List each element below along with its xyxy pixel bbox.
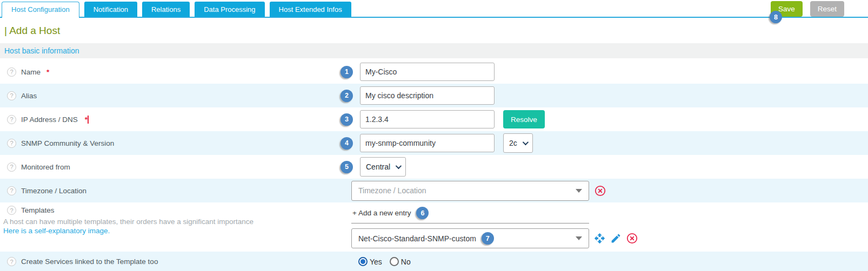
help-icon[interactable]: ?	[7, 139, 16, 148]
reset-button[interactable]: Reset	[810, 1, 844, 17]
ip-address-input[interactable]	[360, 110, 495, 128]
annotation-badge-7: 7	[482, 232, 494, 245]
templates-control: + Add a new entry 6 Net-Cisco-Standard-S…	[351, 206, 638, 248]
row-timezone: ? Timezone / Location Timezone / Locatio…	[0, 179, 868, 202]
create-services-no-option[interactable]: No	[390, 257, 411, 266]
chevron-down-icon	[523, 139, 529, 145]
snmp-community-input[interactable]	[360, 134, 495, 152]
dropdown-caret-icon	[576, 236, 582, 240]
annotation-badge-2: 2	[340, 90, 353, 102]
snmp-version-select[interactable]: 2c	[503, 133, 533, 153]
monitored-from-select[interactable]: Central	[360, 157, 406, 177]
help-icon[interactable]: ?	[7, 162, 16, 172]
annotation-badge-5: 5	[340, 161, 353, 173]
add-entry-row: + Add a new entry 6	[351, 206, 589, 223]
create-services-label: Create Services linked to the Template t…	[21, 258, 158, 266]
yes-label: Yes	[370, 258, 382, 266]
monitored-from-value: Central	[366, 162, 390, 171]
help-icon[interactable]: ?	[7, 67, 16, 77]
help-icon[interactable]: ?	[7, 186, 16, 195]
section-title: Host basic information	[4, 46, 79, 55]
create-services-label-cell: ? Create Services linked to the Template…	[0, 257, 340, 266]
timezone-label: Timezone / Location	[21, 187, 86, 195]
create-services-radio-group: Yes No	[358, 257, 411, 266]
radio-selected-icon	[358, 257, 368, 266]
ip-label: IP Address / DNS	[21, 116, 78, 124]
name-label: Name	[21, 68, 41, 76]
name-control: 1	[340, 63, 495, 81]
snmp-label-cell: ? SNMP Community & Version	[0, 139, 340, 148]
alias-control: 2	[340, 86, 495, 105]
chevron-down-icon	[396, 163, 402, 169]
resolve-button[interactable]: Resolve	[503, 110, 545, 128]
help-icon[interactable]: ?	[7, 206, 16, 215]
name-label-cell: ? Name *	[0, 67, 340, 77]
annotation-badge-4: 4	[340, 137, 353, 150]
row-create-services: ? Create Services linked to the Template…	[0, 252, 868, 271]
annotation-badge-6: 6	[416, 207, 429, 219]
ip-label-cell: ? IP Address / DNS *	[0, 115, 340, 124]
alias-label-cell: ? Alias	[0, 91, 340, 100]
edit-template-icon[interactable]	[610, 233, 622, 244]
annotation-badge-1: 1	[340, 66, 353, 78]
delete-template-icon[interactable]	[626, 233, 638, 244]
row-ip-address: ? IP Address / DNS * 3 Resolve	[0, 107, 868, 131]
tab-notification[interactable]: Notification	[84, 2, 137, 17]
section-host-basic-information: Host basic information	[0, 43, 868, 58]
timezone-control: Timezone / Location	[351, 181, 606, 201]
create-services-yes-option[interactable]: Yes	[358, 257, 382, 266]
snmp-label: SNMP Community & Version	[21, 139, 114, 147]
template-value: Net-Cisco-Standard-SNMP-custom	[358, 234, 476, 243]
template-combobox[interactable]: Net-Cisco-Standard-SNMP-custom 7	[351, 228, 589, 248]
tab-host-extended-infos[interactable]: Host Extended Infos	[270, 2, 351, 17]
monitored-from-label-cell: ? Monitored from	[0, 162, 340, 172]
required-asterisk: *	[46, 68, 49, 76]
required-caret-mark	[88, 116, 89, 124]
row-monitored-from: ? Monitored from 5 Central	[0, 155, 868, 179]
monitored-from-control: 5 Central	[340, 157, 406, 177]
page-title: | Add a Host	[0, 18, 868, 43]
tab-bar: Host Configuration Notification Relation…	[0, 0, 868, 18]
row-snmp: ? SNMP Community & Version 4 2c	[0, 131, 868, 155]
clear-timezone-icon[interactable]	[595, 185, 606, 197]
no-label: No	[401, 258, 411, 266]
help-icon[interactable]: ?	[7, 257, 16, 266]
row-name: ? Name * 1	[0, 60, 868, 84]
move-template-icon[interactable]	[594, 233, 605, 244]
tab-data-processing[interactable]: Data Processing	[195, 2, 264, 17]
alias-label: Alias	[21, 92, 37, 100]
row-alias: ? Alias 2	[0, 84, 868, 107]
add-new-entry-link[interactable]: + Add a new entry	[352, 209, 411, 217]
radio-unselected-icon	[390, 257, 399, 266]
timezone-combobox[interactable]: Timezone / Location	[351, 181, 589, 201]
templates-label: Templates	[21, 206, 55, 214]
timezone-label-cell: ? Timezone / Location	[0, 186, 340, 195]
templates-help-link[interactable]: Here is a self-explanatory image.	[3, 227, 340, 235]
snmp-version-value: 2c	[509, 139, 517, 147]
tab-relations[interactable]: Relations	[142, 2, 190, 17]
template-select-row: Net-Cisco-Standard-SNMP-custom 7	[351, 228, 638, 248]
templates-help-text: A host can have multiple templates, thei…	[3, 217, 340, 227]
snmp-control: 4 2c	[340, 133, 533, 153]
templates-label-cell: ? Templates A host can have multiple tem…	[0, 206, 340, 235]
help-icon[interactable]: ?	[7, 91, 16, 100]
name-input[interactable]	[360, 63, 495, 81]
ip-control: 3 Resolve	[340, 110, 545, 128]
dropdown-caret-icon	[576, 189, 582, 193]
tab-host-configuration[interactable]: Host Configuration	[2, 2, 79, 18]
annotation-badge-3: 3	[340, 113, 353, 126]
help-icon[interactable]: ?	[7, 115, 16, 124]
alias-input[interactable]	[360, 86, 495, 105]
tab-actions: Save Reset	[771, 1, 844, 17]
monitored-from-label: Monitored from	[21, 163, 70, 171]
row-templates: ? Templates A host can have multiple tem…	[0, 202, 868, 252]
timezone-placeholder: Timezone / Location	[358, 186, 426, 195]
annotation-badge-8: 8	[770, 11, 782, 23]
